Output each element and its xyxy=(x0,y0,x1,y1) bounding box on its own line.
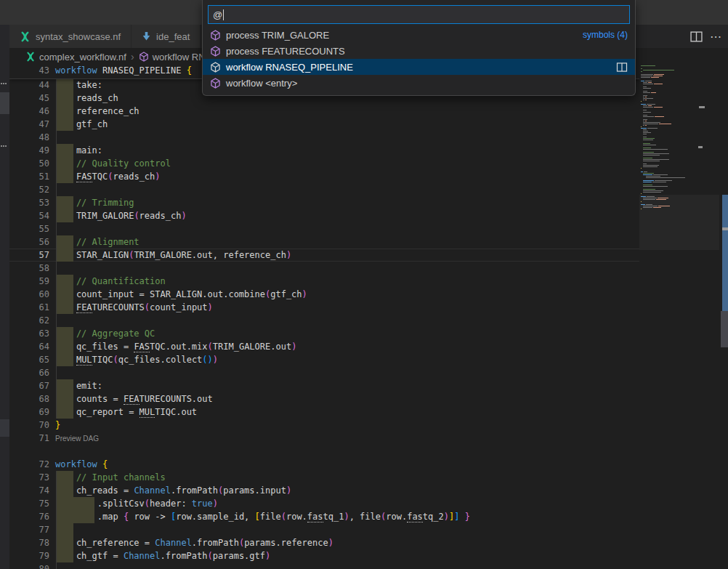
minimap-line xyxy=(646,176,660,177)
line-number: 73 xyxy=(9,471,49,484)
minimap-line xyxy=(641,101,642,102)
code-line[interactable]: 47 gtf_ch xyxy=(9,118,639,131)
minimap-line xyxy=(641,74,653,75)
minimap-line xyxy=(643,189,655,190)
code-line[interactable]: 63 // Aggregate QC xyxy=(9,327,639,340)
quick-pick-item[interactable]: process FEATURECOUNTS xyxy=(203,43,635,59)
minimap-line xyxy=(645,100,647,100)
split-editor-icon[interactable] xyxy=(690,31,703,42)
scrollbar-thumb[interactable] xyxy=(721,311,728,347)
minimap-line xyxy=(647,128,658,129)
minimap-line xyxy=(654,84,662,84)
minimap-line xyxy=(641,65,655,66)
overview-ruler-cursor-mark xyxy=(722,227,728,230)
minimap-line xyxy=(643,115,647,116)
minimap-line xyxy=(643,153,669,154)
minimap-line xyxy=(643,158,652,158)
tab-syntax-showcase[interactable]: syntax_showcase.nf xyxy=(9,25,132,48)
minimap-line xyxy=(643,91,647,92)
minimap-line xyxy=(643,138,654,139)
line-number: 55 xyxy=(9,222,49,235)
minimap-line xyxy=(646,177,685,178)
minimap-line xyxy=(643,84,653,84)
code-line[interactable]: 73 // Input channels xyxy=(9,471,639,484)
code-line[interactable]: 54 TRIM_GALORE(reads_ch) xyxy=(9,209,639,222)
minimap-decoration xyxy=(698,146,703,148)
code-line[interactable]: 58 xyxy=(9,262,639,275)
code-line[interactable]: 51 FASTQC(reads_ch) xyxy=(9,170,639,183)
minimap-slider[interactable] xyxy=(639,195,719,250)
code-line[interactable]: 55 xyxy=(9,222,639,235)
line-number: 71 xyxy=(9,432,49,445)
minimap-line xyxy=(643,86,647,87)
minimap-line xyxy=(643,119,647,120)
code-line[interactable]: 71 xyxy=(9,432,639,445)
code-line[interactable]: 70} xyxy=(9,419,639,432)
code-line[interactable]: 53 // Trimming xyxy=(9,196,639,209)
minimap-line xyxy=(655,116,663,117)
code-editor[interactable]: 44 take:45 reads_ch46 reference_ch47 gtf… xyxy=(9,65,639,569)
code-line[interactable]: 68 counts = FEATURECOUNTS.out xyxy=(9,392,639,405)
minimap-line xyxy=(643,107,653,108)
minimap-line xyxy=(643,134,647,134)
line-number: 54 xyxy=(9,209,49,222)
code-line[interactable]: 80 xyxy=(9,562,639,569)
code-line[interactable]: 49 main: xyxy=(9,144,639,157)
minimap-line xyxy=(643,140,653,140)
minimap-line xyxy=(643,190,663,191)
scrollbar[interactable] xyxy=(719,65,728,569)
code-line[interactable]: 66 xyxy=(9,366,639,379)
code-line[interactable]: 74 ch_reads = Channel.fromPath(params.in… xyxy=(9,484,639,497)
code-line[interactable]: 64 qc_files = FASTQC.out.mix(TRIM_GALORE… xyxy=(9,340,639,353)
line-number: 79 xyxy=(9,549,49,562)
code-line[interactable]: 77 xyxy=(9,523,639,536)
line-number: 43 xyxy=(9,65,49,76)
overview-ruler-mark xyxy=(722,195,728,227)
code-line[interactable]: 76 .map { row -> [row.sample_id, [file(r… xyxy=(9,510,639,523)
more-actions-icon[interactable]: ⋯ xyxy=(710,30,722,44)
minimap-line xyxy=(643,92,650,93)
symbols-count-link[interactable]: symbols (4) xyxy=(583,30,628,40)
code-line[interactable]: 62 xyxy=(9,314,639,327)
quick-pick-input[interactable]: @ xyxy=(208,5,630,24)
codelens-preview-dag[interactable]: Preview DAG xyxy=(55,433,99,445)
minimap-line xyxy=(643,70,674,70)
line-number: 59 xyxy=(9,275,49,288)
open-to-side-icon[interactable] xyxy=(616,62,628,72)
symbol-cube-icon xyxy=(210,30,221,41)
code-line[interactable]: 56 // Alignment xyxy=(9,235,639,249)
line-number: 68 xyxy=(9,392,49,405)
quick-pick-item[interactable]: process TRIM_GALOREsymbols (4) xyxy=(203,27,635,43)
breadcrumb-file[interactable]: complex_workflow.nf xyxy=(39,52,126,62)
quick-pick-item[interactable]: workflow <entry> xyxy=(203,75,635,91)
code-line[interactable]: 69 qc_report = MULTIQC.out xyxy=(9,405,639,419)
code-line[interactable]: 57 STAR_ALIGN(TRIM_GALORE.out, reference… xyxy=(9,249,639,262)
minimap-line xyxy=(643,124,658,124)
line-number: 51 xyxy=(9,170,49,183)
minimap-line xyxy=(641,81,644,81)
code-line[interactable]: 72workflow { xyxy=(9,458,639,471)
code-line[interactable]: 50 // Quality control xyxy=(9,157,639,170)
code-line[interactable]: 78 ch_reference = Channel.fromPath(param… xyxy=(9,536,639,549)
code-line[interactable]: 59 // Quantification xyxy=(9,275,639,288)
code-line[interactable]: 48 xyxy=(9,131,639,144)
code-line[interactable]: 79 ch_gtf = Channel.fromPath(params.gtf) xyxy=(9,549,639,562)
code-line[interactable]: 65 MULTIQC(qc_files.collect()) xyxy=(9,353,639,366)
line-number: 45 xyxy=(9,92,49,105)
minimap[interactable] xyxy=(639,65,719,569)
minimap-line xyxy=(643,173,653,174)
minimap-line xyxy=(641,193,642,194)
minimap-line xyxy=(643,165,659,166)
code-line[interactable]: 67 emit: xyxy=(9,379,639,392)
minimap-line xyxy=(643,88,650,89)
quick-pick-item[interactable]: workflow RNASEQ_PIPELINE xyxy=(203,59,635,75)
code-line[interactable]: 61 FEATURECOUNTS(count_input) xyxy=(9,301,639,314)
tab-ide-feat[interactable]: ide_feat xyxy=(132,25,201,48)
minimap-line xyxy=(643,149,668,150)
minimap-line xyxy=(643,159,669,160)
code-line[interactable]: 75 .splitCsv(header: true) xyxy=(9,497,639,510)
code-line[interactable]: 60 count_input = STAR_ALIGN.out.combine(… xyxy=(9,288,639,301)
minimap-line xyxy=(654,107,662,108)
code-line[interactable]: 52 xyxy=(9,183,639,196)
code-line[interactable]: 46 reference_ch xyxy=(9,105,639,118)
